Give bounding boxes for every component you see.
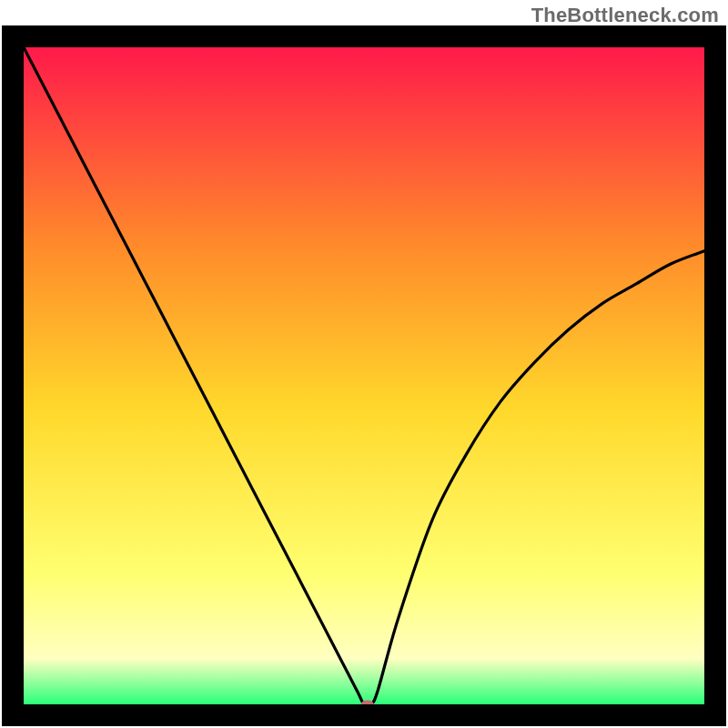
plot-background	[24, 47, 704, 704]
bottleneck-chart	[0, 0, 728, 728]
watermark-text: TheBottleneck.com	[531, 4, 719, 27]
chart-container: { "watermark": "TheBottleneck.com", "cha…	[0, 0, 728, 728]
